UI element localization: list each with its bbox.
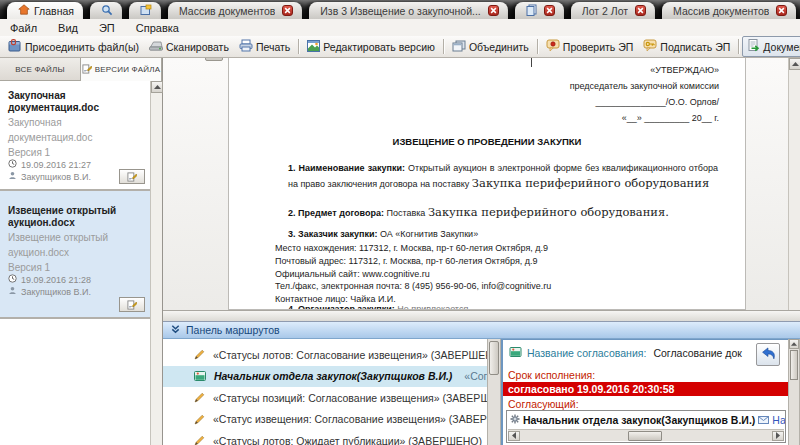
- envelope-icon: [758, 414, 769, 426]
- print-button[interactable]: Печать: [234, 36, 295, 57]
- approval-panel-scrollbar[interactable]: [788, 339, 800, 445]
- deadline-label: Срок исполнения:: [508, 369, 595, 381]
- double-chevron-down-icon[interactable]: [171, 324, 180, 336]
- routes-panel-header[interactable]: Панель маршрутов: [163, 322, 800, 339]
- sidebar-scrollbar[interactable]: [150, 81, 162, 445]
- doc-item-3: 3. Заказчик закупки: ОА «Когнитив Закупк…: [288, 227, 718, 242]
- file-card-selected[interactable]: Извещение открытый аукцион.docx Извещени…: [0, 191, 151, 319]
- pencil-icon: [194, 349, 205, 360]
- route-item-selected[interactable]: Начальник отдела закупок(Закупщиков В.И.…: [163, 366, 487, 388]
- document-icon: [526, 4, 537, 18]
- stage-icon: [509, 346, 522, 360]
- approval-block: «УТВЕРЖДАЮ» председатель закупочной коми…: [570, 62, 719, 126]
- scroll-left-icon[interactable]: [508, 431, 520, 441]
- tab-document-array-1[interactable]: Массив документов: [168, 2, 302, 19]
- approver-box-hscrollbar[interactable]: [508, 429, 784, 441]
- sidebar-tabs: ВСЕ ФАЙЛЫ ВЕРСИИ ФАЙЛА: [0, 58, 162, 81]
- menu-help[interactable]: Справка: [136, 22, 179, 34]
- return-route-button[interactable]: [756, 343, 780, 366]
- scrollbar-thumb[interactable]: [628, 431, 662, 441]
- edit-version-button[interactable]: Редактировать версию: [302, 37, 440, 57]
- tab-all-files[interactable]: ВСЕ ФАЙЛЫ: [0, 58, 81, 81]
- file-version-list: Закупочная документация.doc Закупочная д…: [0, 81, 151, 445]
- gear-icon: [510, 414, 520, 426]
- document-viewer: «УТВЕРЖДАЮ» председатель закупочной коми…: [163, 58, 800, 310]
- tab-file-versions[interactable]: ВЕРСИИ ФАЙЛА: [81, 58, 162, 81]
- doc-item-1: 1. Наименование закупки: Открытый аукцио…: [288, 161, 718, 191]
- write-message-link[interactable]: Написать: [772, 414, 786, 426]
- approval-name-row: Название согласования: Согласование док: [509, 346, 742, 360]
- sign-button[interactable]: Подписать ЭП: [638, 36, 735, 57]
- file-subtitle: Извещение открытый аукцион.docx: [8, 231, 143, 260]
- menu-bar: Файл Вид ЭП Справка: [0, 19, 800, 36]
- merge-button[interactable]: Объединить: [447, 37, 534, 57]
- cursor-tick: [531, 58, 532, 67]
- tab-label: Массив документов: [673, 5, 769, 17]
- file-sign-button[interactable]: [119, 169, 145, 184]
- clock-icon: [8, 159, 17, 170]
- attach-files-button[interactable]: Присоединить файл(ы): [3, 36, 144, 57]
- document-page: «УТВЕРЖДАЮ» председатель закупочной коми…: [228, 58, 746, 310]
- close-icon[interactable]: [635, 5, 646, 16]
- menu-file[interactable]: Файл: [10, 22, 37, 34]
- tab-lot[interactable]: Лот 2 Лот: [571, 2, 655, 19]
- approver-label: Согласующий:: [508, 398, 579, 410]
- scroll-up-icon[interactable]: [151, 81, 163, 93]
- file-sign-button[interactable]: [119, 297, 145, 312]
- close-icon[interactable]: [776, 5, 787, 16]
- close-icon[interactable]: [282, 5, 293, 16]
- tab-home[interactable]: Главная: [7, 2, 83, 19]
- tab-label: Лот 2 Лот: [582, 5, 628, 17]
- file-title: Извещение открытый аукцион.docx: [8, 205, 143, 228]
- tab-search[interactable]: [90, 2, 122, 19]
- route-item[interactable]: «Статус извещения: Согласование извещени…: [163, 409, 487, 431]
- document-button[interactable]: Документ: [742, 36, 800, 57]
- scanner-icon: [149, 40, 163, 53]
- file-version: Версия 1: [8, 262, 145, 273]
- close-icon[interactable]: [488, 5, 499, 16]
- doc-item-4: 4. Организатор закупки: Не привлекается: [288, 302, 718, 310]
- reply-arrow-icon: [761, 346, 776, 363]
- file-subtitle: Закупочная документация.doc: [8, 116, 143, 145]
- attach-icon: [8, 39, 22, 54]
- toolbar-separator: [537, 39, 538, 54]
- tab-document-array-2[interactable]: Массив документов: [662, 2, 796, 19]
- pencil-icon: [194, 414, 205, 425]
- approval-panel: Название согласования: Согласование док …: [501, 339, 788, 445]
- menu-signature[interactable]: ЭП: [99, 22, 115, 34]
- tab-label: Изв 3 Извещение о закупочной...: [320, 5, 480, 17]
- route-item[interactable]: «Статусы позиций: Согласование извещения…: [163, 387, 487, 409]
- splitter-grip[interactable]: [205, 58, 223, 61]
- person-icon: [8, 171, 17, 182]
- signature-pen-icon: [82, 64, 92, 76]
- stage-icon: [194, 370, 206, 382]
- document-action-icon: [747, 39, 760, 54]
- scan-button[interactable]: Сканировать: [144, 37, 234, 56]
- scroll-right-icon[interactable]: [772, 431, 784, 441]
- scroll-up-icon[interactable]: [789, 58, 800, 70]
- close-icon[interactable]: [544, 5, 555, 16]
- menu-view[interactable]: Вид: [58, 22, 78, 34]
- search-icon: [101, 4, 113, 18]
- viewer-scrollbar[interactable]: [788, 58, 800, 310]
- file-card[interactable]: Закупочная документация.doc Закупочная д…: [0, 81, 151, 191]
- route-item[interactable]: «Статусы лотов: Ожидает публикации» (ЗАВ…: [163, 430, 487, 445]
- new-window-icon: [140, 4, 152, 18]
- verify-signature-button[interactable]: Проверить ЭП: [541, 36, 639, 57]
- tab-notice[interactable]: Изв 3 Извещение о закупочной...: [309, 2, 507, 19]
- tab-new-window[interactable]: [129, 2, 161, 19]
- route-item[interactable]: «Статусы лотов: Согласование извещения» …: [163, 344, 487, 366]
- signature-pen-icon: [127, 296, 137, 314]
- scrollbar-thumb[interactable]: [489, 341, 499, 375]
- horizontal-splitter[interactable]: [163, 310, 800, 322]
- scrollbar-thumb[interactable]: [790, 350, 798, 380]
- routes-scrollbar[interactable]: [487, 339, 501, 445]
- sign-icon: [643, 39, 657, 54]
- signature-pen-icon: [127, 168, 137, 186]
- tab-document[interactable]: [515, 2, 564, 19]
- scroll-up-icon[interactable]: [789, 339, 799, 349]
- toolbar-separator: [738, 39, 739, 54]
- person-icon: [8, 286, 17, 297]
- doc-item-2: 2. Предмет договора: Поставка Закупка пе…: [288, 205, 718, 221]
- tab-label: Массив документов: [179, 5, 275, 17]
